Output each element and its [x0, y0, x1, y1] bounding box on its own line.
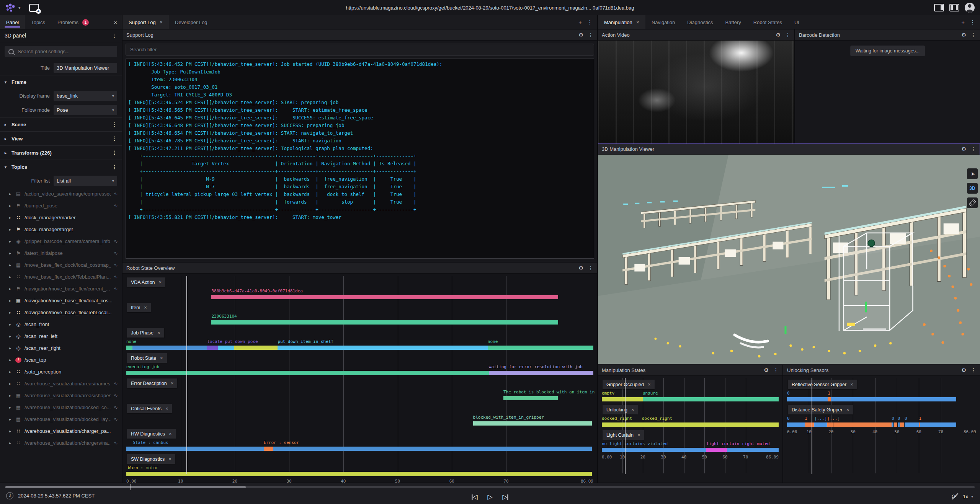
topic-row[interactable]: ▸ /scan_front ∿	[0, 318, 122, 330]
pointer-tool-button[interactable]: ➤	[967, 168, 978, 179]
loop-off-icon[interactable]: ⟳	[952, 493, 957, 500]
kebab-icon[interactable]	[785, 32, 791, 38]
caret-right-icon[interactable]: ▸	[9, 215, 12, 220]
tab[interactable]: Diagnostics	[681, 15, 719, 29]
series-chip[interactable]: Reflective Sensor Gripper×	[788, 380, 857, 389]
chart-playhead[interactable]	[812, 378, 812, 474]
topic-row[interactable]: ▸ /scan_rear_left ∿	[0, 330, 122, 342]
tab[interactable]: Navigation	[645, 15, 681, 29]
section-frame[interactable]: ▾ Frame	[0, 75, 122, 89]
caret-right-icon[interactable]: ▸	[9, 358, 12, 362]
gear-icon[interactable]	[764, 367, 769, 373]
caret-right-icon[interactable]: ▸	[9, 263, 12, 267]
add-tab-button[interactable]: +	[961, 20, 965, 25]
kebab-icon[interactable]	[588, 32, 593, 38]
section-topics[interactable]: ▾ Topics	[0, 160, 122, 174]
tab[interactable]: Panel	[0, 15, 25, 29]
series-chip[interactable]: Error Description×	[127, 378, 177, 388]
remove-series-icon[interactable]: ×	[631, 407, 634, 413]
caret-right-icon[interactable]: ▸	[9, 417, 12, 421]
caret-right-icon[interactable]: ▸	[9, 192, 12, 196]
panel-menu-button[interactable]	[112, 33, 117, 39]
topic-row[interactable]: ▸ /move_base_flex_dock/local_costmap_...…	[0, 259, 122, 271]
info-icon[interactable]: i	[6, 492, 13, 499]
search-input[interactable]	[17, 48, 113, 55]
sidebar-section[interactable]: ▸ View	[0, 131, 122, 145]
sidebar-section[interactable]: ▸ Transforms (226)	[0, 145, 122, 160]
kebab-icon[interactable]	[588, 265, 593, 271]
topic-row[interactable]: ▸ /soto_perception ∿	[0, 366, 122, 378]
remove-series-icon[interactable]: ×	[144, 305, 147, 310]
caret-down-icon[interactable]: ▾	[5, 80, 8, 84]
tab[interactable]: Topics	[25, 15, 51, 29]
series-chip[interactable]: Item×	[127, 303, 151, 312]
remove-series-icon[interactable]: ×	[160, 355, 163, 361]
topic-row[interactable]: ▸ /dock_manager/target ∿	[0, 223, 122, 235]
caret-right-icon[interactable]: ▸	[5, 151, 8, 155]
caret-right-icon[interactable]: ▸	[9, 287, 12, 291]
kebab-icon[interactable]	[971, 146, 976, 152]
series-chip[interactable]: Job Phase×	[127, 328, 164, 338]
caret-right-icon[interactable]: ▸	[9, 251, 12, 255]
topic-row[interactable]: ▸ /warehouse_visualization/blocked_lay..…	[0, 413, 122, 425]
caret-right-icon[interactable]: ▸	[9, 298, 12, 303]
tab[interactable]: Battery	[719, 15, 747, 29]
seek-backward-button[interactable]: ◁	[472, 494, 477, 500]
topic-row[interactable]: ▸ /action_video_saver/image/compressed ∿	[0, 188, 122, 200]
sidebar-close-button[interactable]: ×	[114, 20, 117, 25]
tab[interactable]: Problems1	[51, 15, 95, 29]
series-chip[interactable]: VDA Action×	[127, 277, 165, 287]
remove-series-icon[interactable]: ×	[850, 382, 853, 387]
series-chip[interactable]: Unlocking×	[603, 405, 638, 414]
panel-settings-search[interactable]	[5, 46, 117, 57]
caret-down-icon[interactable]: ▾	[5, 165, 8, 169]
chevron-down-icon[interactable]: ▾	[18, 5, 21, 10]
remove-series-icon[interactable]: ×	[169, 431, 172, 437]
kebab-icon[interactable]	[773, 367, 779, 373]
topic-row[interactable]: ▸ /warehouse_visualization/blocked_co...…	[0, 401, 122, 413]
topic-row[interactable]: ▸ /gripper_barcode_camera/camera_info ∿	[0, 235, 122, 247]
caret-right-icon[interactable]: ▸	[9, 322, 12, 326]
measure-tool-button[interactable]	[967, 197, 978, 208]
user-avatar[interactable]	[965, 3, 975, 13]
add-window-button[interactable]	[29, 4, 39, 12]
caret-right-icon[interactable]: ▸	[9, 346, 12, 350]
series-chip[interactable]: Critical Events×	[127, 404, 172, 413]
topic-row[interactable]: ▸ /warehouse_visualization/areas/shapes …	[0, 390, 122, 401]
3d-mode-button[interactable]: 3D	[967, 183, 978, 194]
remove-series-icon[interactable]: ×	[168, 456, 172, 462]
chart-playhead[interactable]	[186, 276, 187, 474]
tab[interactable]: Developer Log	[169, 15, 214, 29]
caret-right-icon[interactable]: ▸	[9, 441, 12, 445]
series-chip[interactable]: Light Curtain×	[603, 430, 644, 440]
topic-row[interactable]: ▸ /scan_top ∿	[0, 354, 122, 366]
tab-menu-button[interactable]	[970, 19, 975, 25]
remove-series-icon[interactable]: ×	[165, 406, 168, 411]
topic-row[interactable]: ▸ /warehouse_visualization/chargers/na..…	[0, 437, 122, 449]
series-chip[interactable]: Distance Safety Gripper×	[788, 405, 853, 414]
gear-icon[interactable]	[578, 265, 583, 271]
chart-playhead[interactable]	[625, 378, 626, 474]
section-menu-button[interactable]	[112, 135, 117, 142]
section-menu-button[interactable]	[112, 150, 117, 156]
tab-menu-button[interactable]	[587, 19, 593, 25]
remove-series-icon[interactable]: ×	[157, 330, 160, 336]
remove-series-icon[interactable]: ×	[846, 407, 849, 413]
gear-icon[interactable]	[961, 32, 966, 38]
caret-right-icon[interactable]: ▸	[5, 137, 8, 141]
caret-right-icon[interactable]: ▸	[9, 275, 12, 279]
section-menu-button[interactable]	[112, 121, 117, 127]
remove-series-icon[interactable]: ×	[637, 432, 640, 438]
layout-split-toggle-icon[interactable]	[949, 4, 959, 11]
gear-icon[interactable]	[578, 32, 583, 38]
topic-row[interactable]: ▸ /warehouse_visualization/areas/names ∿	[0, 378, 122, 390]
add-tab-button[interactable]: +	[578, 20, 582, 25]
play-button[interactable]: ▷	[487, 494, 492, 500]
topic-row[interactable]: ▸ /navigation/move_base_flex/TebLocal...…	[0, 307, 122, 318]
topics-menu-button[interactable]	[112, 164, 117, 170]
topic-row[interactable]: ▸ /navigation/move_base_flex/local_cos..…	[0, 295, 122, 307]
gear-icon[interactable]	[961, 146, 966, 152]
topic-row[interactable]: ▸ /warehouse_visualization/charger_pa...…	[0, 425, 122, 437]
tab[interactable]: Robot States	[747, 15, 788, 29]
sidebar-section[interactable]: ▸ Scene	[0, 117, 122, 131]
